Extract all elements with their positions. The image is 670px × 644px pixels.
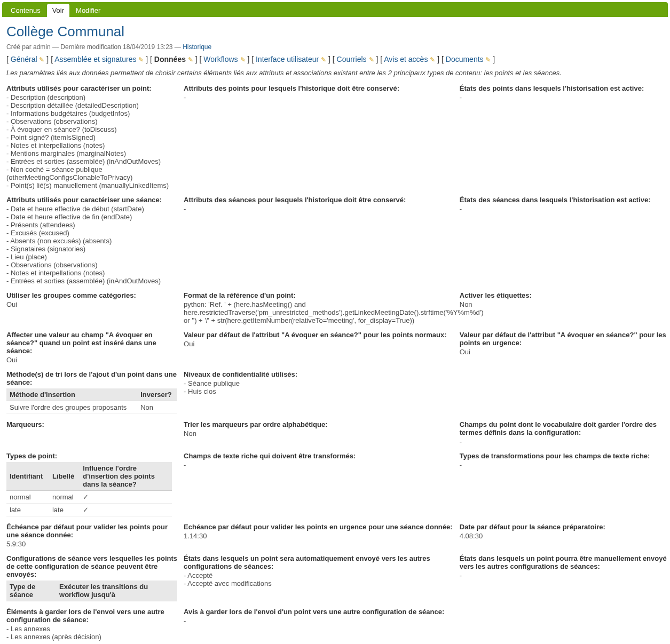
insert-methods-table: Méthode d'insertionInverser? Suivre l'or… [6,388,177,414]
list-item: Description (description) [6,93,177,101]
field-vocab-order-fields: Champs du point dont le vocabulaire doit… [460,420,670,446]
field-auto-send-states: États dans lesquels un point sera automa… [184,554,453,601]
page-title: Collège Communal [6,23,664,40]
field-todiscuss-default-late: Valeur par défaut de l'attribut "A évoqu… [460,331,670,364]
table-row: latelate✓ [6,504,172,516]
field-meeting-history-attrs: Attributs des séances pour lesquels l'hi… [184,196,453,285]
pencil-icon[interactable]: ✎ [240,56,246,63]
nav-documents[interactable]: Documents [446,55,484,63]
field-send-to-configs: Configurations de séance vers lesquelles… [6,554,177,601]
list-item: Accepté [184,571,453,579]
field-privacy-levels: Niveaux de confidentialité utilisés: Séa… [184,370,453,414]
field-item-history-states: États des points dans lesquels l'histori… [460,84,670,189]
list-item: Présents (attendees) [6,221,177,229]
nav-assembly[interactable]: Assemblée et signatures [54,55,136,63]
nav-data-current: Données [154,55,186,63]
pencil-icon[interactable]: ✎ [39,56,44,63]
pencil-icon[interactable]: ✎ [485,56,491,63]
tab-view[interactable]: Voir [47,4,69,17]
list-item: Entrées et sorties (assemblée) (inAndOut… [6,157,177,165]
table-row: Suivre l'ordre des groupes proposantsNon [6,401,177,414]
field-manual-send-states: États dans lesquels un point pourra être… [460,554,670,601]
list-item: Absents (non excusés) (absents) [6,237,177,245]
sub-navigation: [ Général ✎ ] [ Assemblée et signatures … [6,55,664,63]
list-item: Notes et interpellations (notes) [6,269,177,277]
list-item: Notes et interpellations (notes) [6,141,177,149]
field-validation-deadline-late: Echéance par défaut pour valider les poi… [184,523,453,548]
field-meeting-history-states: États des séances dans lesquels l'histor… [460,196,670,285]
field-enable-labels: Activer les étiquettes: Non [460,291,670,324]
list-item: Informations budgétaires (budgetInfos) [6,109,177,117]
list-item: Les annexes (après décision) [6,633,177,641]
nav-workflows[interactable]: Workflows [203,55,238,63]
field-item-history-attrs: Attributs des points pour lesquels l'his… [184,84,453,189]
list-item: Observations (observations) [6,117,177,125]
pencil-icon[interactable]: ✎ [321,56,326,63]
field-insert-methods: Méthode(s) de tri lors de l'ajout d'un p… [6,370,177,414]
nav-ui[interactable]: Interface utilisateur [256,55,319,63]
history-link[interactable]: Historique [183,43,211,51]
field-item-reference-format: Format de la référence d'un point: pytho… [184,291,453,324]
pencil-icon[interactable]: ✎ [430,56,435,63]
list-item: Description détaillée (detailedDescripti… [6,101,177,109]
field-groups-as-categories: Utiliser les groupes comme catégories: O… [6,291,177,324]
field-richtext-transform-types: Types de transformations pour les champs… [460,452,670,516]
list-item: Date et heure effective de fin (endDate) [6,213,177,221]
list-item: Entrées et sorties (assemblée) (inAndOut… [6,277,177,285]
nav-general[interactable]: Général [11,55,37,63]
list-item: Les annexes [6,625,177,633]
list-item: À évoquer en séance? (toDiscuss) [6,125,177,133]
pencil-icon[interactable]: ✎ [369,56,374,63]
field-sort-markers: Trier les marqueurs par ordre alphabétiq… [184,420,453,446]
field-keep-on-send: Éléments à garder lors de l'envoi vers u… [6,608,177,641]
field-meeting-attributes: Attributs utilisés pour caractériser une… [6,196,177,285]
list-item: Séance publique [184,379,453,387]
tab-contents[interactable]: Contenus [5,4,46,17]
field-markers: Marqueurs: [6,420,177,446]
pencil-icon[interactable]: ✎ [188,56,193,63]
list-item: Mentions marginales (marginalNotes) [6,149,177,157]
nav-mails[interactable]: Courriels [337,55,367,63]
field-premeeting-date: Date par défaut pour la séance préparato… [460,523,670,548]
intro-text: Les paramètres liés aux données permette… [6,69,664,77]
list-item: Observations (observations) [6,261,177,269]
byline: Créé par admin — Dernière modification 1… [6,43,664,51]
send-configs-table: Type de séanceExécuter les transitions d… [6,581,177,601]
list-item: Non coché = séance publique (otherMeetin… [6,165,177,181]
list-item: Date et heure effective de début (startD… [6,205,177,213]
field-validation-deadline: Échéance par défaut pour valider les poi… [6,523,177,548]
content-tabs: Contenus Voir Modifier [2,2,668,17]
list-item: Excusés (excused) [6,229,177,237]
list-item: Point signé? (itemIsSigned) [6,133,177,141]
field-set-todiscuss-on-insert: Affecter une valeur au champ "A évoquer … [6,331,177,364]
list-item: Huis clos [184,387,453,395]
item-types-table: IdentifiantLibelléInfluence l'ordre d'in… [6,462,172,516]
check-icon: ✓ [80,491,172,504]
list-item: Point(s) lié(s) manuellement (manuallyLi… [6,181,177,189]
pencil-icon[interactable]: ✎ [138,56,144,63]
list-item: Signataires (signatories) [6,245,177,253]
field-richtext-transform: Champs de texte riche qui doivent être t… [184,452,453,516]
list-item: Lieu (place) [6,253,177,261]
check-icon: ✓ [80,504,172,516]
field-todiscuss-default-normal: Valeur par défaut de l'attribut "A évoqu… [184,331,453,364]
field-item-attributes: Attributs utilisés pour caractériser un … [6,84,177,189]
table-row: normalnormal✓ [6,491,172,504]
field-advice-keep-on-send: Avis à garder lors de l'envoi d'un point… [184,608,453,641]
tab-edit[interactable]: Modifier [70,4,106,17]
field-item-types: Types de point: IdentifiantLibelléInflue… [6,452,177,516]
nav-advice[interactable]: Avis et accès [384,55,428,63]
list-item: Accepté avec modifications [184,579,453,587]
